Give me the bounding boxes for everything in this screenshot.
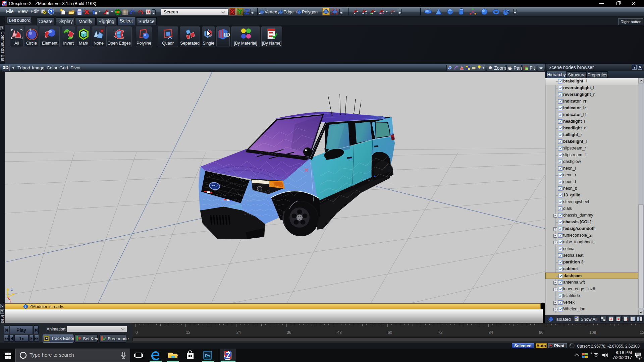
svg-text:?: ? (50, 9, 52, 14)
svg-text:Ps: Ps (205, 353, 210, 358)
svg-text:ID: ID (224, 32, 230, 38)
svg-text:z: z (11, 288, 13, 291)
svg-text:i: i (25, 305, 26, 308)
